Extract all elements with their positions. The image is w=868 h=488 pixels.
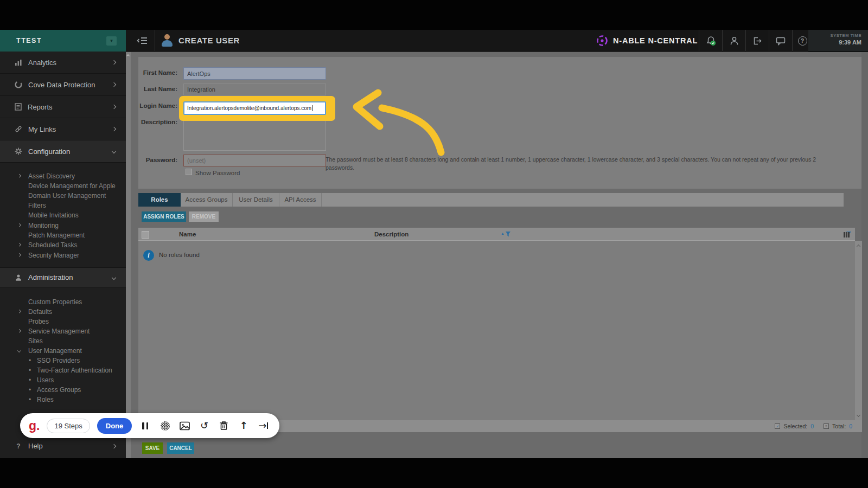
password-field[interactable] [183,155,326,166]
sidebar-item-my-links[interactable]: My Links [0,118,126,140]
show-password-checkbox[interactable] [186,169,192,175]
remove-button[interactable]: REMOVE [189,211,219,222]
sidebar-subitem-security-manager[interactable]: Security Manager [0,251,126,260]
chevron-right-icon [17,253,21,256]
sidebar-subitem-user-management[interactable]: User Management [0,346,126,356]
first-name-label: First Name: [130,69,177,76]
content-scrollbar-left[interactable] [126,52,131,458]
table-scrollbar[interactable] [855,241,862,420]
login-name-field[interactable]: Integration.alertopsdemolite@inbound.ale… [183,101,326,115]
sidebar-subitem-asset-discovery[interactable]: Asset Discovery [0,171,126,181]
save-button[interactable]: SAVE [142,442,163,454]
sidebar-subitem-access-groups[interactable]: Access Groups [0,385,126,395]
trash-icon[interactable] [218,419,230,432]
sidebar-item-label: Analytics [28,59,56,67]
chevron-right-icon [17,243,21,246]
sidebar-item-analytics[interactable]: Analytics [0,52,126,74]
sidebar-subitem-scheduled-tasks[interactable]: Scheduled Tasks [0,240,126,250]
question-icon: ? [15,442,22,450]
select-all-checkbox[interactable] [142,231,149,239]
sidebar-subitem-roles[interactable]: Roles [0,395,126,404]
divider [155,30,155,52]
sidebar-item-configuration[interactable]: Configuration [0,140,126,163]
chevron-down-icon: ▾ [110,38,113,43]
tab-roles[interactable]: Roles [138,193,181,207]
sidebar-subitem-filters[interactable]: Filters [0,201,126,210]
first-name-field[interactable] [183,67,326,80]
chevron-right-icon [17,174,21,177]
configuration-submenu: Asset Discovery Device Management for Ap… [0,163,126,267]
sidebar-item-label: Configuration [28,147,70,156]
filter-icon[interactable] [506,232,510,237]
sidebar-subitem-service-management[interactable]: Service Management [0,326,126,336]
sidebar-subitem-users[interactable]: Users [0,375,126,385]
notifications-button[interactable] [699,30,722,52]
tab-access-groups[interactable]: Access Groups [181,193,233,207]
sidebar-subitem-custom-properties[interactable]: Custom Properties [0,297,126,307]
sidebar-item-cove-data-protection[interactable]: Cove Data Protection [0,74,126,96]
pause-icon[interactable] [139,419,151,432]
person-icon [15,274,22,281]
customer-dropdown-button[interactable]: ▾ [106,36,117,46]
account-button[interactable] [723,30,745,52]
steps-counter-button[interactable]: 19 Steps [47,419,90,433]
image-icon[interactable] [178,419,191,432]
cancel-button[interactable]: CANCEL [167,442,194,454]
letterbox-top [0,0,868,30]
assign-roles-button[interactable]: ASSIGN ROLES [142,211,186,222]
upload-icon[interactable]: ↑ [238,419,250,432]
description-field[interactable] [183,117,326,151]
sidebar-subitem-domain-user-management[interactable]: Domain User Management [0,191,126,201]
administration-submenu: Custom Properties Defaults Probes Servic… [0,287,126,404]
total-label: Total: [832,423,846,429]
chevron-right-icon [112,105,116,109]
tab-api-access[interactable]: API Access [279,193,322,207]
tab-user-details[interactable]: User Details [233,193,279,207]
detail-tabs: Roles Access Groups User Details API Acc… [138,193,844,207]
column-chooser-icon[interactable] [844,232,850,237]
sidebar-subitem-sso-providers[interactable]: SSO Providers [0,356,126,365]
sort-asc-icon[interactable]: ▲ [501,232,505,235]
sidebar-subitem-device-management-for-apple[interactable]: Device Management for Apple [0,181,126,191]
column-name[interactable]: Name [179,231,196,237]
nable-logo-icon [596,34,609,47]
column-description[interactable]: Description [374,231,409,237]
sidebar-subitem-patch-management[interactable]: Patch Management [0,230,126,240]
done-button[interactable]: Done [97,418,132,434]
recorder-toolbar: g. 19 Steps Done ↺ ↑ → [20,413,279,438]
product-name: N-ABLE N-CENTRAL [613,30,698,52]
last-name-field[interactable] [183,84,326,95]
sidebar: Analytics Cove Data Protection Reports M… [0,52,126,458]
sidebar-item-reports[interactable]: Reports [0,96,126,118]
chevron-right-icon [17,329,21,332]
content-right-edge [861,52,868,458]
system-time-label: SYSTEM TIME [808,33,861,38]
sidebar-subitem-sites[interactable]: Sites [0,336,126,346]
feedback-button[interactable] [769,30,792,52]
roles-table-body [138,241,855,420]
recorder-logo: g. [29,420,40,432]
login-name-label: Login Name: [130,102,177,109]
password-hint: The password must be at least 8 characte… [326,156,820,172]
sidebar-item-administration[interactable]: Administration [0,267,126,287]
sidebar-subitem-mobile-invitations[interactable]: Mobile Invitations [0,210,126,220]
login-name-highlight: Integration.alertopsdemolite@inbound.ale… [179,96,335,121]
info-icon: i [143,250,154,261]
question-icon: ? [798,36,807,46]
undo-icon[interactable]: ↺ [198,419,210,432]
sidebar-item-label: Cove Data Protection [28,81,95,89]
logout-button[interactable] [746,30,769,52]
collapse-menu-icon[interactable] [137,37,148,44]
total-list-icon: ≡ [824,423,829,429]
chevron-down-icon [112,149,116,153]
chevron-right-icon [112,444,116,448]
sidebar-subitem-monitoring[interactable]: Monitoring [0,221,126,230]
skip-to-end-icon[interactable]: → [257,419,270,432]
sidebar-item-label: My Links [28,125,56,133]
sidebar-subitem-defaults[interactable]: Defaults [0,307,126,317]
sidebar-subitem-two-factor-authentication[interactable]: Two-Factor Authentication [0,365,126,375]
selected-label: Selected: [783,423,807,429]
sidebar-subitem-probes[interactable]: Probes [0,317,126,326]
blur-icon[interactable] [159,419,171,432]
link-icon [15,125,22,133]
